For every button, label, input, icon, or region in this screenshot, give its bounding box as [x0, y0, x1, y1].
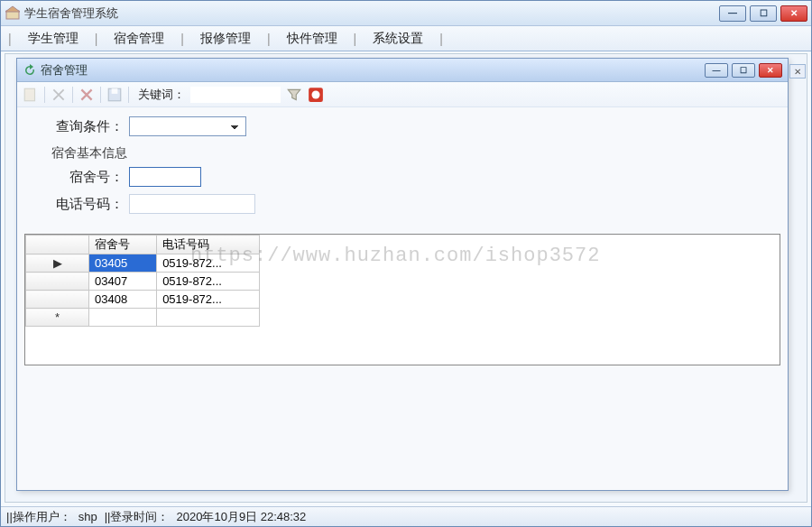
toolbar-separator	[100, 87, 101, 103]
phone-number-label: 电话号码：	[44, 196, 124, 213]
minimize-button[interactable]: —	[719, 5, 746, 22]
cell-dorm[interactable]: 03405	[89, 254, 157, 273]
menu-separator: |	[8, 32, 12, 46]
refresh-icon	[23, 63, 37, 78]
svg-rect-2	[24, 88, 34, 101]
menu-separator: |	[95, 32, 98, 46]
status-user-value: shp	[78, 510, 97, 523]
table-new-row[interactable]: *	[26, 309, 260, 327]
filter-icon[interactable]	[286, 87, 302, 103]
new-row-marker: *	[26, 309, 89, 327]
cut-icon[interactable]	[51, 87, 67, 103]
row-marker	[26, 291, 89, 309]
svg-rect-4	[112, 88, 118, 94]
phone-number-input[interactable]	[129, 194, 255, 214]
status-login-value: 2020年10月9日 22:48:32	[177, 509, 307, 525]
child-minimize-button[interactable]: —	[705, 63, 728, 78]
menubar: | 学生管理 | 宿舍管理 | 报修管理 | 快件管理 | 系统设置 |	[1, 26, 811, 51]
table-row[interactable]: 03407 0519-872...	[26, 273, 260, 291]
row-header-corner	[26, 236, 89, 254]
menu-separator: |	[354, 32, 357, 46]
menu-express[interactable]: 快件管理	[285, 31, 339, 47]
menu-separator: |	[180, 32, 184, 46]
cell-dorm[interactable]: 03407	[89, 273, 157, 291]
keyword-label: 关键词：	[138, 87, 185, 103]
dorm-number-label: 宿舍号：	[57, 169, 124, 186]
toolbar-separator	[128, 87, 129, 103]
statusbar: ||操作用户： shp ||登录时间： 2020年10月9日 22:48:32	[1, 506, 811, 526]
child-window-controls: — ☐ ✕	[705, 63, 782, 78]
stop-icon[interactable]	[308, 87, 324, 103]
menu-separator: |	[267, 32, 271, 46]
query-row: 查询条件：	[44, 116, 770, 136]
menu-student[interactable]: 学生管理	[26, 31, 80, 47]
child-maximize-button[interactable]: ☐	[732, 63, 755, 78]
toolbar-separator	[44, 87, 45, 103]
main-window-controls: — ☐ ✕	[719, 5, 807, 22]
menu-repair[interactable]: 报修管理	[198, 31, 253, 47]
query-condition-select[interactable]	[129, 116, 246, 136]
main-titlebar: 学生宿舍管理系统 — ☐ ✕	[1, 1, 811, 26]
toolbar-separator	[72, 87, 73, 103]
query-condition-label: 查询条件：	[44, 118, 124, 135]
toolbar: 关键词：	[17, 82, 788, 107]
basic-info-label: 宿舍基本信息	[51, 145, 770, 162]
menu-settings[interactable]: 系统设置	[371, 31, 425, 47]
app-icon	[5, 5, 21, 22]
form-area: 查询条件： 宿舍基本信息 宿舍号： 电话号码：	[17, 107, 788, 228]
mdi-close-button[interactable]: ✕	[789, 64, 806, 79]
table-row[interactable]: 03408 0519-872...	[26, 291, 260, 309]
status-user-label: ||操作用户：	[6, 509, 71, 525]
cell-dorm[interactable]: 03408	[89, 291, 157, 309]
cell-phone[interactable]: 0519-872...	[157, 291, 260, 309]
child-close-button[interactable]: ✕	[759, 63, 782, 78]
cell-phone[interactable]: 0519-872...	[157, 254, 260, 273]
svg-point-6	[312, 90, 320, 98]
column-header-phone[interactable]: 电话号码	[157, 236, 260, 254]
save-icon[interactable]	[106, 87, 123, 103]
maximize-button[interactable]: ☐	[750, 5, 777, 22]
row-marker: ▶	[26, 254, 89, 273]
main-window: 学生宿舍管理系统 — ☐ ✕ | 学生管理 | 宿舍管理 | 报修管理 | 快件…	[0, 0, 812, 527]
cell-dorm[interactable]	[89, 309, 157, 327]
child-titlebar: 宿舍管理 — ☐ ✕	[17, 59, 788, 82]
cell-phone[interactable]: 0519-872...	[157, 273, 260, 291]
cell-phone[interactable]	[157, 309, 260, 327]
main-window-title: 学生宿舍管理系统	[24, 5, 719, 22]
svg-marker-1	[5, 6, 20, 12]
phone-row: 电话号码：	[44, 194, 770, 214]
column-header-dorm[interactable]: 宿舍号	[89, 236, 157, 254]
table-row[interactable]: ▶ 03405 0519-872...	[26, 254, 260, 273]
child-window-dorm-manage: ✕ 宿舍管理 — ☐ ✕	[16, 58, 789, 491]
close-button[interactable]: ✕	[780, 5, 807, 22]
status-login-label: ||登录时间：	[105, 509, 170, 525]
delete-icon[interactable]	[78, 87, 95, 103]
keyword-input[interactable]	[190, 87, 281, 103]
new-icon[interactable]	[23, 87, 39, 103]
dorm-number-input[interactable]	[129, 167, 201, 187]
mdi-client-area: ✕ 宿舍管理 — ☐ ✕	[5, 53, 807, 503]
row-marker	[26, 273, 89, 291]
menu-separator: |	[439, 32, 443, 46]
datagrid[interactable]: 宿舍号 电话号码 ▶ 03405 0519-872... 03407 0519-…	[24, 234, 780, 365]
menu-dorm[interactable]: 宿舍管理	[112, 31, 166, 47]
dorm-row: 宿舍号：	[57, 167, 770, 187]
child-window-title: 宿舍管理	[41, 62, 705, 79]
